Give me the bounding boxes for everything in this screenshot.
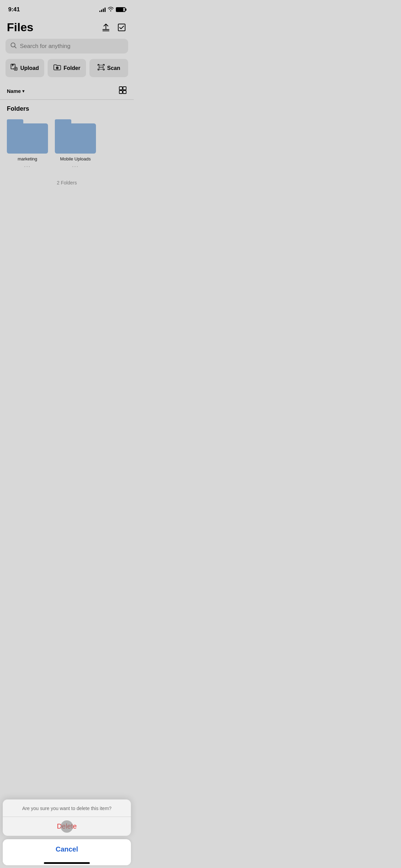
svg-rect-10 bbox=[119, 91, 122, 94]
status-icons bbox=[99, 7, 125, 13]
folders-grid: marketing ··· Mobile Uploads ··· bbox=[7, 119, 127, 173]
sort-button[interactable]: Name ▾ bbox=[7, 88, 24, 94]
folders-section: Folders marketing ··· Mobile Uploads ···… bbox=[0, 100, 134, 192]
svg-rect-0 bbox=[102, 29, 109, 30]
folder-name: marketing bbox=[17, 156, 37, 161]
search-placeholder: Search for anything bbox=[20, 43, 70, 50]
search-icon bbox=[10, 42, 16, 50]
scan-button[interactable]: Scan bbox=[89, 59, 128, 77]
signal-icon bbox=[99, 7, 106, 12]
status-time: 9:41 bbox=[8, 6, 20, 13]
svg-rect-11 bbox=[123, 91, 126, 94]
folders-title: Folders bbox=[7, 105, 127, 112]
search-bar[interactable]: Search for anything bbox=[5, 39, 128, 53]
battery-icon bbox=[116, 7, 125, 12]
svg-rect-8 bbox=[119, 87, 122, 90]
select-all-icon[interactable] bbox=[117, 22, 127, 33]
list-item[interactable]: marketing ··· bbox=[7, 119, 48, 170]
svg-point-3 bbox=[11, 43, 15, 47]
sort-bar: Name ▾ bbox=[0, 83, 134, 100]
scan-btn-label: Scan bbox=[107, 65, 120, 71]
folder-options-button[interactable]: ··· bbox=[72, 164, 78, 170]
list-item[interactable]: Mobile Uploads ··· bbox=[55, 119, 96, 170]
upload-btn-label: Upload bbox=[20, 65, 39, 71]
page-title: Files bbox=[7, 21, 33, 34]
folder-name: Mobile Uploads bbox=[60, 156, 91, 161]
upload-icon[interactable] bbox=[101, 22, 111, 33]
folder-icon-mobile-uploads bbox=[55, 119, 96, 154]
scan-btn-icon bbox=[98, 64, 105, 72]
sort-chevron-icon: ▾ bbox=[22, 89, 24, 94]
svg-rect-9 bbox=[123, 87, 126, 90]
page-header: Files bbox=[0, 17, 134, 39]
status-bar: 9:41 bbox=[0, 0, 134, 17]
folders-count: 2 Folders bbox=[7, 173, 127, 189]
svg-rect-1 bbox=[102, 31, 109, 31]
upload-btn-icon bbox=[11, 64, 17, 72]
folder-options-button[interactable]: ··· bbox=[24, 164, 31, 170]
wifi-icon bbox=[108, 7, 114, 13]
sort-label-text: Name bbox=[7, 88, 21, 94]
header-actions bbox=[101, 22, 127, 33]
upload-button[interactable]: Upload bbox=[5, 59, 44, 77]
action-buttons: Upload Folder Scan bbox=[0, 59, 134, 83]
folder-icon-marketing bbox=[7, 119, 48, 154]
folder-button[interactable]: Folder bbox=[48, 59, 86, 77]
folder-btn-label: Folder bbox=[64, 65, 81, 71]
search-container: Search for anything bbox=[0, 39, 134, 59]
folder-btn-icon bbox=[53, 64, 61, 72]
view-toggle-button[interactable] bbox=[119, 86, 127, 96]
